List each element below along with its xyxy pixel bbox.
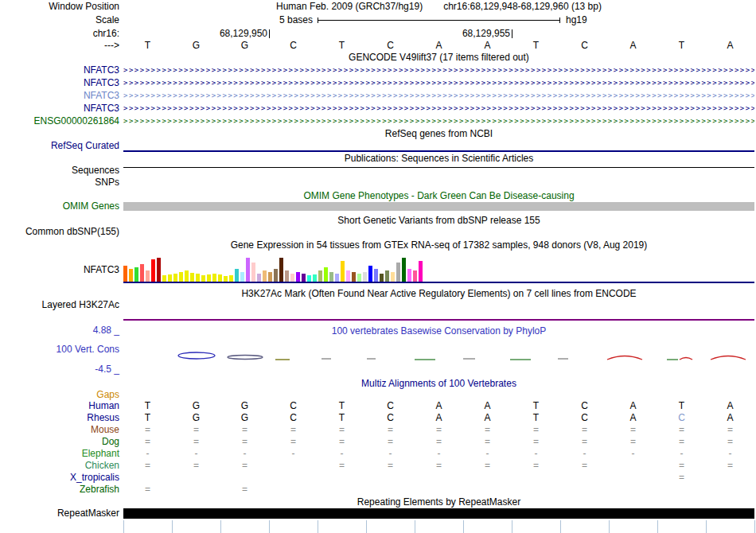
gaps-row-label[interactable]: Gaps (0, 390, 119, 400)
conservation-track-label[interactable]: 100 Vert. Cons (0, 344, 119, 355)
gtex-tissue-bar[interactable] (134, 267, 138, 282)
gtex-tissue-bar[interactable] (396, 263, 400, 282)
gtex-tissue-bar[interactable] (251, 263, 255, 282)
gtex-tissue-bar[interactable] (123, 266, 127, 282)
alignment-species-label[interactable]: X_tropicalis (0, 473, 119, 483)
gtex-tissue-bar[interactable] (246, 258, 250, 282)
alignment-base (172, 473, 220, 483)
gtex-tissue-bar[interactable] (129, 269, 133, 282)
gene-track-item[interactable]: >>>>>>>>>>>>>>>>>>>>>>>>>>>>>>>>>>>>>>>>… (123, 116, 754, 126)
conservation-plot[interactable] (123, 342, 754, 374)
omim-genes-label[interactable]: OMIM Genes (0, 201, 119, 212)
gtex-tissue-bar[interactable] (318, 270, 322, 282)
gtex-tissue-bar[interactable] (391, 272, 395, 282)
base-letter: T (318, 41, 366, 51)
gtex-tissue-bar[interactable] (168, 274, 172, 282)
gene-track-item[interactable]: >>>>>>>>>>>>>>>>>>>>>>>>>>>>>>>>>>>>>>>>… (123, 103, 754, 114)
gtex-tissue-bar[interactable] (357, 274, 361, 282)
repeatmasker-item[interactable] (123, 508, 754, 519)
gtex-tissue-bar[interactable] (346, 270, 350, 282)
gene-track-item[interactable]: >>>>>>>>>>>>>>>>>>>>>>>>>>>>>>>>>>>>>>>>… (123, 78, 754, 88)
common-dbsnp-label[interactable]: Common dbSNP(155) (0, 227, 119, 237)
alignment-base (269, 473, 318, 483)
gtex-tissue-bar[interactable] (341, 261, 345, 282)
gtex-tissue-bar[interactable] (296, 272, 300, 282)
gtex-tissue-bar[interactable] (329, 272, 333, 282)
gtex-tissue-bar[interactable] (235, 269, 239, 282)
alignment-base: - (220, 449, 269, 459)
gtex-tissue-bar[interactable] (173, 274, 177, 282)
gtex-tissue-bar[interactable] (162, 275, 166, 282)
alignment-row: ============= (123, 425, 754, 435)
gtex-tissue-bar[interactable] (229, 275, 233, 282)
gtex-tissue-bar[interactable] (146, 270, 150, 282)
gtex-tissue-bar[interactable] (151, 259, 155, 282)
gtex-tissue-bar[interactable] (413, 270, 417, 282)
gtex-tissue-bar[interactable] (290, 274, 294, 282)
gtex-tissue-bar[interactable] (201, 275, 205, 282)
gene-track-item[interactable]: >>>>>>>>>>>>>>>>>>>>>>>>>>>>>>>>>>>>>>>>… (123, 65, 754, 76)
gtex-tissue-bar[interactable] (324, 267, 328, 282)
gene-track-label[interactable]: NFATC3 (0, 65, 119, 76)
gtex-tissue-bar[interactable] (268, 272, 272, 282)
alignment-species-label[interactable]: Elephant (0, 449, 119, 459)
gene-track-label[interactable]: ENSG00000261864 (0, 116, 119, 126)
gtex-tissue-bar[interactable] (240, 272, 244, 282)
alignment-species-label[interactable]: Chicken (0, 461, 119, 471)
gtex-tissue-bar[interactable] (190, 273, 194, 282)
gtex-tissue-bar[interactable] (407, 269, 411, 282)
gene-track-label[interactable]: NFATC3 (0, 91, 119, 101)
refseq-curated-label[interactable]: RefSeq Curated (0, 141, 119, 151)
gtex-tissue-bar[interactable] (302, 274, 306, 282)
gtex-tissue-bar[interactable] (374, 269, 378, 282)
gtex-tissue-bar[interactable] (368, 266, 372, 282)
gtex-tissue-bar[interactable] (285, 270, 289, 282)
sequences-track-item[interactable] (123, 167, 754, 168)
alignment-row: = (123, 473, 754, 483)
refseq-curated-item[interactable] (123, 150, 754, 152)
gtex-tissue-bar[interactable] (352, 272, 356, 282)
repeatmasker-label[interactable]: RepeatMasker (0, 508, 119, 519)
gtex-tissue-bar[interactable] (224, 276, 228, 282)
gtex-tissue-bar[interactable] (419, 261, 423, 282)
alignment-species-label[interactable]: Dog (0, 437, 119, 447)
gtex-tissue-bar[interactable] (179, 272, 183, 282)
gtex-tissue-bar[interactable] (263, 270, 267, 282)
gtex-track-title: Gene Expression in 54 tissues from GTEx … (123, 240, 754, 251)
sequences-track-label[interactable]: Sequences (0, 165, 119, 176)
gtex-tissue-bar[interactable] (185, 270, 189, 282)
alignment-species-label[interactable]: Human (0, 401, 119, 411)
gtex-tissue-bar[interactable] (313, 274, 317, 282)
gene-track-label[interactable]: NFATC3 (0, 103, 119, 114)
gtex-tissue-bar[interactable] (196, 274, 200, 282)
gene-track-label[interactable]: NFATC3 (0, 78, 119, 88)
layered-h3k27ac-label[interactable]: Layered H3K27Ac (0, 300, 119, 310)
gtex-tissue-bar[interactable] (380, 274, 384, 282)
alignment-species-label[interactable]: Mouse (0, 425, 119, 435)
gtex-tissue-bar[interactable] (307, 275, 311, 282)
gtex-tissue-bar[interactable] (212, 274, 216, 282)
gtex-tissue-bar[interactable] (274, 269, 278, 282)
gtex-tissue-bar[interactable] (385, 270, 389, 282)
omim-genes-item[interactable] (123, 202, 754, 211)
gtex-gene-label[interactable]: NFATC3 (0, 265, 119, 275)
gtex-tissue-bar[interactable] (335, 274, 339, 282)
alignment-species-label[interactable]: Rhesus (0, 413, 119, 423)
dna-sequence-track: TGGCTCAATCATA (123, 41, 754, 51)
gtex-tissue-bar[interactable] (140, 264, 144, 282)
alignment-base: - (318, 449, 366, 459)
gtex-tissue-bar[interactable] (363, 272, 367, 282)
gtex-tissue-bar[interactable] (218, 274, 222, 282)
gtex-tissue-bar[interactable] (257, 274, 261, 282)
ruler-tick (512, 29, 512, 38)
snps-track-label[interactable]: SNPs (0, 177, 119, 188)
alignment-species-label[interactable]: Zebrafish (0, 484, 119, 495)
base-guideline (366, 520, 367, 533)
alignment-base: A (463, 413, 512, 423)
gene-track-item[interactable]: >>>>>>>>>>>>>>>>>>>>>>>>>>>>>>>>>>>>>>>>… (123, 91, 754, 101)
gtex-tissue-bar[interactable] (279, 258, 283, 282)
gtex-tissue-bar[interactable] (157, 258, 161, 282)
gtex-tissue-bar[interactable] (402, 258, 406, 282)
gtex-bar-chart[interactable] (123, 255, 754, 282)
gtex-tissue-bar[interactable] (207, 274, 211, 282)
